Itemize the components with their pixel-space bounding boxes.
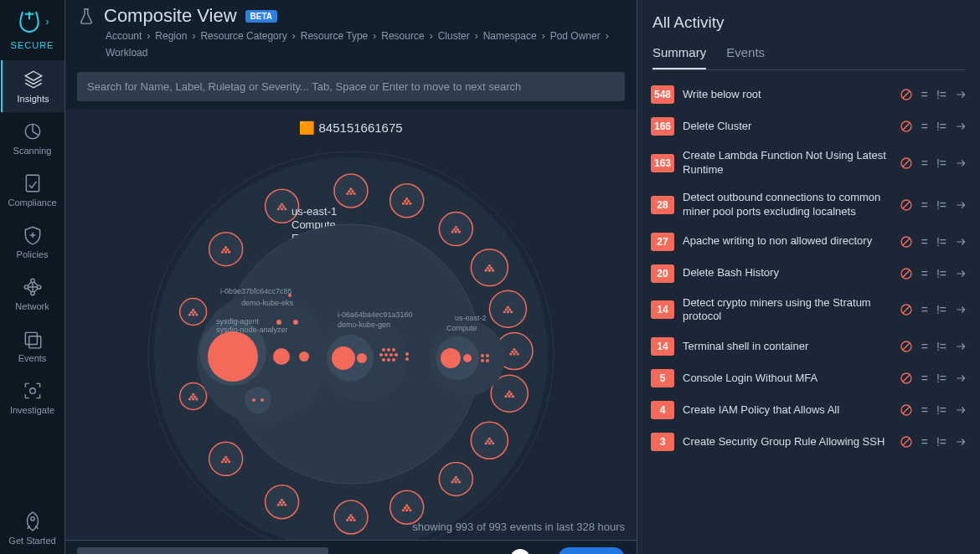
ban-icon[interactable] [900, 403, 913, 417]
nav-insights[interactable]: Insights [1, 60, 64, 112]
equals-filter[interactable]: = [921, 120, 928, 133]
activity-row[interactable]: 14Terminal shell in container=!= [647, 331, 970, 362]
activity-row[interactable]: 3Create Security Group Rule Allowing SSH… [647, 426, 970, 458]
equals-filter[interactable]: = [921, 267, 928, 280]
not-equals-filter[interactable]: != [936, 156, 946, 170]
activity-row[interactable]: 166Delete Cluster=!= [647, 110, 970, 142]
arrow-right-icon[interactable] [955, 121, 967, 132]
crumb-workload[interactable]: Workload [104, 45, 149, 60]
activity-row[interactable]: 163Create Lambda Function Not Using Late… [647, 142, 970, 184]
svg-point-86 [352, 516, 354, 519]
not-equals-filter[interactable]: != [936, 340, 946, 353]
not-equals-filter[interactable]: != [936, 235, 946, 249]
not-equals-filter[interactable]: != [936, 403, 946, 417]
not-equals-filter[interactable]: != [936, 198, 946, 212]
crumb-pod-owner[interactable]: Pod Owner [549, 28, 602, 44]
arrow-right-icon[interactable] [955, 157, 967, 169]
play-button[interactable] [510, 549, 530, 555]
nav-scanning[interactable]: Scanning [1, 112, 64, 164]
svg-point-108 [188, 398, 191, 400]
equals-filter[interactable]: = [921, 303, 928, 316]
activity-list[interactable]: 548Write below root=!=166Delete Cluster=… [637, 70, 980, 554]
brand-logo[interactable]: › [16, 8, 49, 35]
not-equals-filter[interactable]: != [936, 267, 946, 280]
equals-filter[interactable]: = [921, 156, 928, 170]
ban-icon[interactable] [900, 120, 913, 133]
arrow-right-icon[interactable] [955, 372, 967, 384]
equals-filter[interactable]: = [921, 340, 928, 353]
play-status-button[interactable]: Paused [558, 547, 625, 554]
search-input[interactable] [77, 72, 625, 101]
nav-investigate[interactable]: Investigate [1, 372, 64, 423]
svg-point-51 [514, 351, 517, 353]
not-equals-filter[interactable]: != [936, 303, 946, 316]
activity-row[interactable]: 28Detect outbound connections to common … [647, 184, 970, 226]
svg-point-161 [392, 348, 395, 351]
activity-row[interactable]: 14Detect crypto miners using the Stratum… [647, 290, 970, 331]
not-equals-filter[interactable]: != [936, 120, 946, 133]
ban-icon[interactable] [900, 372, 913, 385]
arrow-right-icon[interactable] [955, 236, 967, 248]
activity-row[interactable]: 548Write below root=!= [647, 79, 970, 110]
crumb-cluster[interactable]: Cluster [436, 28, 472, 44]
svg-point-52 [509, 352, 512, 355]
arrow-right-icon[interactable] [955, 304, 967, 315]
activity-row[interactable]: 27Apache writing to non allowed director… [647, 226, 970, 258]
activity-row[interactable]: 4Create IAM Policy that Allows All=!= [647, 394, 970, 426]
tab-events[interactable]: Events [726, 45, 765, 69]
svg-point-75 [458, 480, 461, 483]
ban-icon[interactable] [900, 340, 913, 353]
crumb-resource-type[interactable]: Resource Type [299, 28, 370, 44]
svg-point-150 [252, 398, 255, 402]
equals-filter[interactable]: = [921, 235, 928, 249]
svg-point-67 [488, 442, 491, 444]
activity-row[interactable]: 20Delete Bash History=!= [647, 258, 970, 290]
arrow-right-icon[interactable] [955, 404, 967, 416]
arrow-right-icon[interactable] [955, 89, 967, 100]
nav-get-started[interactable]: Get Started [1, 502, 64, 554]
crumb-account[interactable]: Account [104, 28, 143, 44]
arrow-right-icon[interactable] [955, 199, 967, 211]
equals-filter[interactable]: = [921, 198, 928, 212]
equals-filter[interactable]: = [921, 88, 928, 101]
time-range[interactable]: Jun 8, 1:00:11 am - Jun 22, 1:00:11 am 1… [77, 547, 328, 554]
chevron-right-icon: › [604, 30, 611, 42]
svg-point-89 [353, 519, 356, 521]
equals-filter[interactable]: = [921, 435, 928, 449]
svg-point-63 [488, 438, 491, 440]
not-equals-filter[interactable]: != [936, 372, 946, 385]
ban-icon[interactable] [900, 267, 913, 280]
svg-point-156 [332, 346, 355, 370]
crumb-resource-category[interactable]: Resource Category [199, 28, 288, 44]
svg-point-145 [273, 348, 290, 365]
equals-filter[interactable]: = [921, 372, 928, 385]
nav-policies[interactable]: Policies [1, 216, 64, 268]
svg-point-163 [384, 353, 388, 357]
expand-nav-icon[interactable]: › [46, 16, 49, 28]
crumb-region[interactable]: Region [153, 28, 188, 44]
activity-row[interactable]: 5Console Login Without MFA=!= [647, 362, 970, 394]
svg-point-178 [486, 354, 489, 357]
nav-network[interactable]: Network [1, 268, 64, 320]
equals-filter[interactable]: = [921, 403, 928, 417]
ban-icon[interactable] [900, 235, 913, 249]
visualization-area[interactable]: 🟧 845151661675 us-east-1 Compute EC2 i-0… [65, 110, 637, 540]
svg-point-61 [512, 395, 514, 398]
count-badge: 20 [651, 264, 674, 283]
arrow-right-icon[interactable] [955, 436, 967, 448]
tab-summary[interactable]: Summary [652, 45, 706, 69]
ban-icon[interactable] [900, 156, 913, 170]
arrow-right-icon[interactable] [955, 341, 967, 352]
ban-icon[interactable] [900, 435, 913, 449]
ban-icon[interactable] [900, 88, 913, 101]
crumb-namespace[interactable]: Namespace [482, 28, 539, 44]
ban-icon[interactable] [900, 303, 913, 316]
not-equals-filter[interactable]: != [936, 435, 946, 449]
svg-point-93 [282, 501, 285, 504]
crumb-resource[interactable]: Resource [379, 28, 426, 44]
nav-compliance[interactable]: Compliance [1, 164, 64, 216]
ban-icon[interactable] [900, 198, 913, 212]
nav-events[interactable]: Events [1, 320, 64, 372]
not-equals-filter[interactable]: != [936, 88, 946, 101]
arrow-right-icon[interactable] [955, 268, 967, 280]
